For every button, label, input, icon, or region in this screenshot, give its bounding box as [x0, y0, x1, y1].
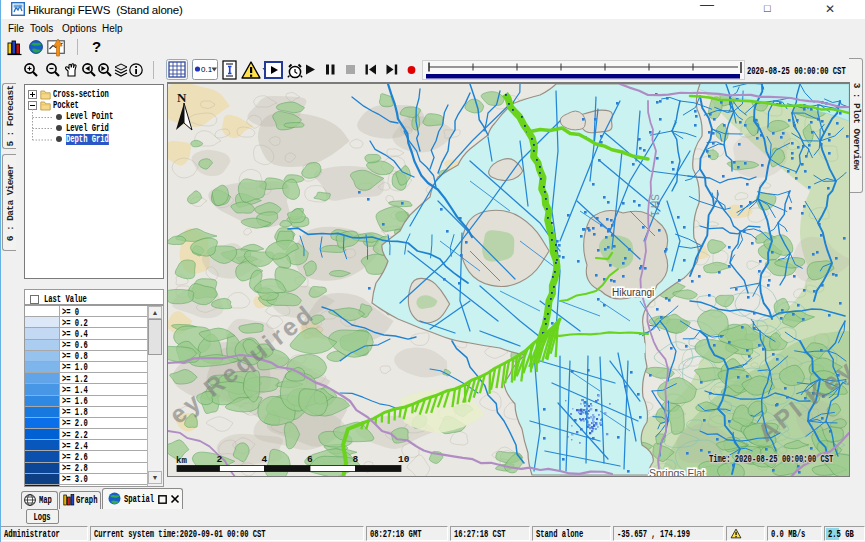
svg-text:Hikurangi: Hikurangi	[612, 287, 654, 298]
svg-text:N: N	[177, 90, 187, 105]
svg-text:Springs Flat: Springs Flat	[649, 467, 705, 477]
svg-text:8: 8	[353, 454, 359, 465]
svg-text:0.1: 0.1	[201, 65, 213, 74]
svg-text:10: 10	[398, 454, 410, 465]
svg-text:km: km	[176, 456, 187, 466]
svg-text:4: 4	[262, 454, 268, 465]
svg-text:6: 6	[307, 454, 313, 465]
svg-text:2: 2	[217, 454, 223, 465]
svg-text:Time: 2020-08-25 00:00:00 CST: Time: 2020-08-25 00:00:00 CST	[709, 454, 833, 466]
svg-text:SH 1: SH 1	[649, 194, 660, 217]
